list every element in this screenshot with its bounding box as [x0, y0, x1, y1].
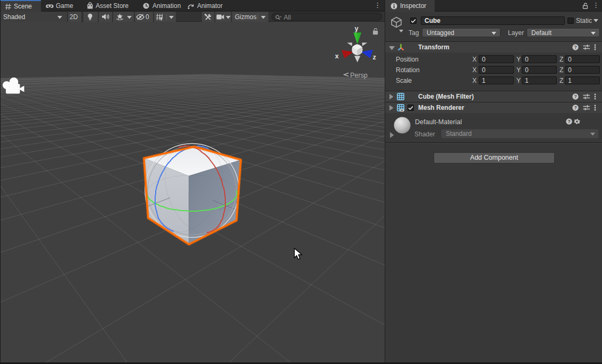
svg-text:?: ?	[574, 45, 576, 50]
svg-text:?: ?	[574, 105, 576, 110]
svg-text:z: z	[373, 54, 376, 61]
svg-text:?: ?	[574, 94, 576, 99]
svg-text:Persp: Persp	[350, 72, 368, 79]
svg-text:?: ?	[567, 119, 570, 124]
svg-text:x: x	[335, 53, 339, 60]
svg-text:y: y	[355, 25, 359, 32]
